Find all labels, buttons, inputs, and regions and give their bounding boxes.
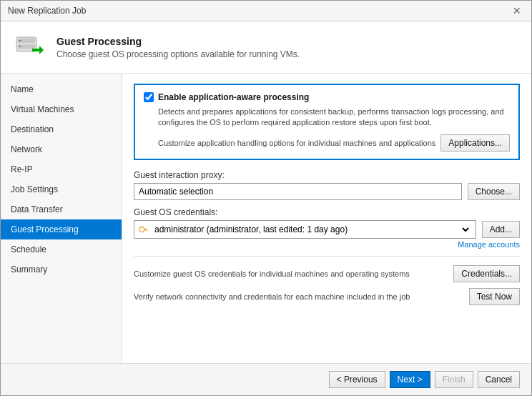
- sidebar-item-destination[interactable]: Destination: [1, 119, 122, 139]
- choose-button[interactable]: Choose...: [468, 183, 520, 200]
- header-text: Guest Processing Choose guest OS process…: [56, 36, 300, 59]
- verify-row: Verify network connectivity and credenti…: [134, 288, 520, 305]
- sidebar-item-network[interactable]: Network: [1, 139, 122, 159]
- window-title: New Replication Job: [8, 6, 86, 16]
- sidebar-item-schedule[interactable]: Schedule: [1, 239, 122, 259]
- app-aware-box: Enable application-aware processing Dete…: [134, 84, 520, 160]
- svg-rect-4: [19, 46, 21, 47]
- cancel-button[interactable]: Cancel: [478, 371, 520, 388]
- manage-accounts-link[interactable]: Manage accounts: [134, 240, 520, 249]
- guest-interaction-proxy-group: Guest interaction proxy: Choose...: [134, 170, 520, 200]
- svg-rect-10: [145, 229, 146, 230]
- close-button[interactable]: ✕: [510, 5, 524, 16]
- add-credentials-button[interactable]: Add...: [482, 221, 520, 238]
- sidebar-item-job-settings[interactable]: Job Settings: [1, 179, 122, 199]
- guest-credentials-group: Guest OS credentials: administrator (adm…: [134, 207, 520, 249]
- sidebar-item-re-ip[interactable]: Re-IP: [1, 159, 122, 179]
- replication-icon-svg: [12, 30, 46, 64]
- credentials-button[interactable]: Credentials...: [453, 265, 520, 282]
- app-aware-checkbox[interactable]: [144, 92, 154, 102]
- body: Name Virtual Machines Destination Networ…: [1, 74, 531, 363]
- verify-text: Verify network connectivity and credenti…: [134, 292, 469, 301]
- guest-proxy-label: Guest interaction proxy:: [134, 170, 520, 180]
- sidebar-item-name[interactable]: Name: [1, 79, 122, 99]
- key-icon: [139, 224, 149, 234]
- svg-rect-3: [19, 40, 21, 41]
- sidebar-item-guest-processing[interactable]: Guest Processing: [1, 219, 122, 239]
- svg-rect-6: [32, 49, 41, 51]
- page-title: Guest Processing: [56, 36, 300, 47]
- app-aware-checkbox-row: Enable application-aware processing: [144, 92, 510, 102]
- footer: < Previous Next > Finish Cancel: [1, 363, 531, 395]
- app-aware-label[interactable]: Enable application-aware processing: [158, 92, 309, 102]
- sidebar-item-summary[interactable]: Summary: [1, 259, 122, 279]
- page-subtitle: Choose guest OS processing options avail…: [56, 49, 300, 59]
- test-now-button[interactable]: Test Now: [469, 288, 520, 305]
- previous-button[interactable]: < Previous: [329, 371, 385, 388]
- sidebar: Name Virtual Machines Destination Networ…: [1, 74, 122, 363]
- credentials-select-container: administrator (administrator, last edite…: [134, 220, 476, 239]
- sidebar-item-data-transfer[interactable]: Data Transfer: [1, 199, 122, 219]
- guest-proxy-input[interactable]: [134, 183, 462, 200]
- credentials-select[interactable]: administrator (administrator, last edite…: [152, 224, 471, 235]
- app-aware-description: Detects and prepares applications for co…: [158, 107, 510, 129]
- applications-button[interactable]: Applications...: [440, 134, 510, 152]
- title-bar: New Replication Job ✕: [1, 1, 531, 21]
- guest-credentials-label: Guest OS credentials:: [134, 207, 520, 217]
- guest-proxy-row: Choose...: [134, 183, 520, 200]
- customize-creds-text: Customize guest OS credentials for indiv…: [134, 269, 453, 278]
- customize-creds-row: Customize guest OS credentials for indiv…: [134, 262, 520, 282]
- content-area: Enable application-aware processing Dete…: [122, 74, 531, 363]
- guest-credentials-row: administrator (administrator, last edite…: [134, 220, 520, 239]
- header-section: Guest Processing Choose guest OS process…: [1, 21, 531, 74]
- customize-apps-text: Customize application handling options f…: [158, 139, 440, 147]
- main-window: New Replication Job ✕ Guest Processing C…: [0, 0, 532, 396]
- separator-1: [134, 256, 520, 257]
- header-icon: [12, 30, 46, 64]
- svg-point-7: [139, 227, 144, 232]
- svg-rect-9: [147, 229, 147, 231]
- next-button[interactable]: Next >: [390, 371, 430, 388]
- finish-button[interactable]: Finish: [435, 371, 473, 388]
- sidebar-item-virtual-machines[interactable]: Virtual Machines: [1, 99, 122, 119]
- customize-apps-row: Customize application handling options f…: [158, 134, 510, 152]
